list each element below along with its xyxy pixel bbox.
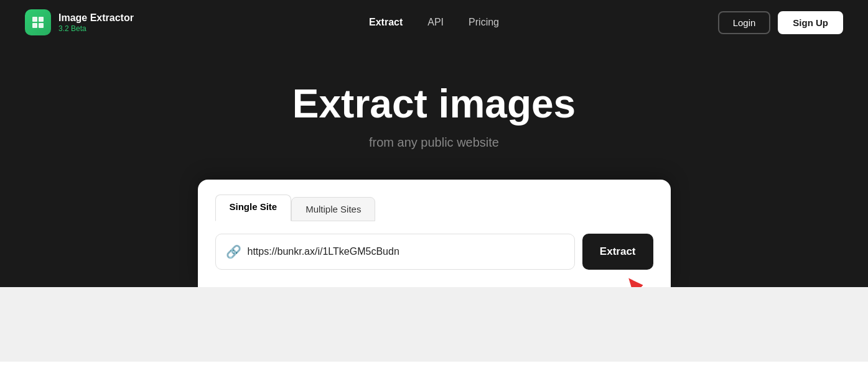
main-nav: Extract API Pricing — [369, 14, 499, 30]
url-input-wrapper: 🔗 — [215, 234, 575, 270]
logo-text-area: Image Extractor 3.2 Beta — [58, 12, 134, 32]
app-version: 3.2 Beta — [58, 24, 134, 33]
page-wrapper: Image Extractor 3.2 Beta Extract API Pri… — [0, 0, 868, 362]
site-tabs: Single Site Multiple Sites — [215, 195, 653, 221]
tab-multiple-sites[interactable]: Multiple Sites — [291, 197, 375, 221]
nav-pricing[interactable]: Pricing — [469, 14, 499, 30]
login-button[interactable]: Login — [718, 11, 771, 34]
input-row: 🔗 Extract — [215, 234, 653, 270]
extract-button[interactable]: Extract — [582, 234, 653, 270]
search-card: Single Site Multiple Sites 🔗 Extract — [198, 180, 671, 287]
bottom-section — [0, 287, 868, 362]
link-icon: 🔗 — [226, 244, 241, 259]
hero-title: Extract images — [292, 82, 576, 126]
svg-rect-0 — [32, 17, 37, 22]
hero-section: Extract images from any public website S… — [0, 45, 868, 287]
auth-buttons: Login Sign Up — [718, 11, 843, 34]
app-name: Image Extractor — [58, 12, 134, 24]
logo-area: Image Extractor 3.2 Beta — [25, 9, 134, 35]
hero-subtitle: from any public website — [369, 135, 499, 150]
logo-icon — [25, 9, 51, 35]
url-input[interactable] — [248, 246, 564, 257]
logo-svg — [30, 15, 45, 30]
nav-api[interactable]: API — [427, 14, 444, 30]
header: Image Extractor 3.2 Beta Extract API Pri… — [0, 0, 868, 45]
svg-rect-2 — [32, 23, 37, 28]
signup-button[interactable]: Sign Up — [778, 11, 843, 34]
svg-rect-3 — [39, 23, 44, 28]
nav-extract[interactable]: Extract — [369, 14, 403, 30]
tab-single-site[interactable]: Single Site — [215, 195, 292, 221]
svg-rect-1 — [39, 17, 44, 22]
